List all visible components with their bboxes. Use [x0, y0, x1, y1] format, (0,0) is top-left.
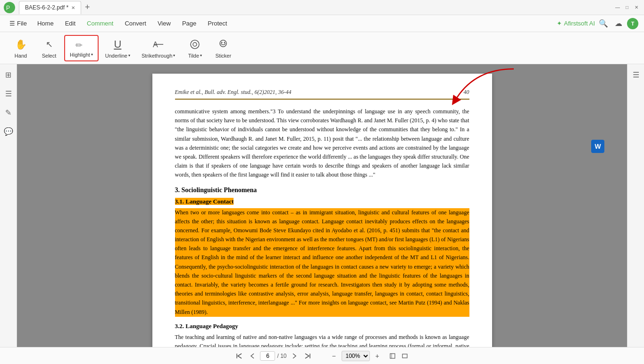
strikethrough-icon: A [152, 38, 165, 51]
word-export-button[interactable]: W [591, 140, 604, 153]
tilde-icon [188, 38, 201, 51]
tilde-caret: ▾ [200, 53, 202, 58]
paragraph-1: communicative system among members."3 To… [175, 107, 469, 180]
underline-label: Underline ▾ [105, 53, 130, 59]
last-page-button[interactable] [302, 350, 313, 362]
afirstsoft-ai-button[interactable]: ✦ Afirstsoft AI [557, 20, 595, 27]
right-sidebar: ☰ [627, 64, 644, 347]
left-sidebar: ⊞ ☰ ✎ 💬 [0, 64, 17, 347]
page-navigation: / 10 [234, 350, 313, 362]
menu-home[interactable]: Home [33, 18, 59, 29]
hand-icon: ✋ [14, 38, 27, 51]
highlight-tool[interactable]: ✏ Highlight ▾ [64, 35, 99, 61]
menu-convert[interactable]: Convert [120, 18, 151, 29]
minimize-button[interactable]: — [614, 4, 621, 11]
zoom-controls: − 100% 75% 125% 150% 200% + [328, 350, 410, 362]
search-button[interactable]: 🔍 [597, 17, 610, 30]
section-3-heading: 3. Sociolinguistic Phenomena [175, 186, 469, 194]
tab-area: BAES-6-2-2.pdf * ✕ + [19, 1, 610, 14]
status-bar: / 10 − 100% 75% 125% 150% 200% + [0, 347, 644, 364]
page-total: / 10 [277, 353, 286, 359]
right-sidebar-panel[interactable]: ☰ [629, 68, 643, 81]
sidebar-comments[interactable]: 💬 [2, 125, 15, 138]
menu-comment[interactable]: Comment [82, 18, 118, 29]
select-icon: ↖ [42, 38, 56, 51]
hand-label: Hand [15, 53, 27, 59]
app-logo: P [4, 2, 15, 13]
strikethrough-tool[interactable]: A Strikethrough ▾ [137, 35, 180, 61]
svg-point-5 [193, 42, 197, 46]
select-label: Select [42, 53, 57, 59]
file-menu[interactable]: ☰ File [6, 18, 31, 29]
svg-rect-12 [390, 354, 395, 358]
prev-page-button[interactable] [247, 350, 258, 362]
menu-bar: ☰ File Home Edit Comment Convert View Pa… [0, 15, 644, 32]
add-tab-button[interactable]: + [81, 2, 94, 12]
tab-close-button[interactable]: ✕ [71, 5, 75, 10]
svg-point-7 [221, 42, 223, 43]
sidebar-thumbnails[interactable]: ⊞ [2, 68, 15, 81]
menu-edit[interactable]: Edit [60, 18, 80, 29]
sticker-tool[interactable]: Sticker [210, 35, 236, 61]
sidebar-bookmarks[interactable]: ☰ [2, 87, 15, 100]
zoom-select[interactable]: 100% 75% 125% 150% 200% [342, 351, 370, 361]
first-page-icon [236, 353, 243, 359]
cloud-icon: ☁ [615, 19, 622, 28]
last-page-icon [304, 353, 311, 359]
menu-protect[interactable]: Protect [203, 18, 232, 29]
file-label: File [17, 20, 27, 27]
strikethrough-label: Strikethrough ▾ [142, 53, 175, 59]
highlight-icon: ✏ [75, 39, 88, 50]
underline-caret: ▾ [128, 53, 130, 58]
tab-filename: BAES-6-2-2.pdf * [25, 4, 68, 11]
next-page-button[interactable] [289, 350, 300, 362]
menu-page[interactable]: Page [177, 18, 201, 29]
tilde-label: Tilde ▾ [188, 53, 202, 59]
sticker-icon [217, 38, 230, 51]
highlight-caret: ▾ [91, 52, 93, 57]
section-31-heading: 3.1. Language Contact [175, 198, 469, 205]
section-31-body: When two or more languages come into con… [175, 208, 469, 317]
page-header-right: 40 [464, 89, 469, 96]
next-page-icon [291, 353, 298, 359]
tilde-tool[interactable]: Tilde ▾ [182, 35, 208, 61]
section-32-heading: 3.2. Language Pedagogy [175, 322, 469, 330]
search-icon: 🔍 [599, 19, 608, 28]
ai-label: Afirstsoft AI [564, 20, 595, 27]
fit-page-button[interactable] [387, 350, 398, 362]
ai-icon: ✦ [557, 20, 562, 27]
toolbar: ✋ Hand ↖ Select ✏ Highlight ▾ U Underlin… [0, 32, 644, 64]
fit-buttons [387, 350, 410, 362]
window-controls: — □ ✕ [614, 4, 640, 11]
svg-rect-14 [402, 354, 407, 358]
close-button[interactable]: ✕ [633, 4, 640, 11]
fit-width-icon [401, 353, 408, 359]
pdf-tab[interactable]: BAES-6-2-2.pdf * ✕ [19, 1, 81, 14]
pdf-page: Emike et al., Bull. adv. Engl. stud., 6(… [152, 74, 492, 347]
zoom-out-button[interactable]: − [328, 350, 340, 362]
main-area: Emike et al., Bull. adv. Engl. stud., 6(… [17, 64, 627, 347]
hand-tool[interactable]: ✋ Hand [8, 35, 34, 61]
page-number-input[interactable] [260, 351, 275, 361]
section-31-heading-text: 3.1. Language Contact [175, 198, 234, 205]
sidebar-edit[interactable]: ✎ [2, 106, 15, 119]
hamburger-icon: ☰ [9, 20, 15, 27]
zoom-in-button[interactable]: + [372, 350, 383, 362]
svg-text:P: P [6, 5, 10, 11]
title-bar: P BAES-6-2-2.pdf * ✕ + — □ ✕ [0, 0, 644, 15]
page-header-left: Emike et al., Bull. adv. Engl. stud., 6(… [175, 89, 292, 96]
highlight-label: Highlight ▾ [70, 52, 93, 58]
cloud-button[interactable]: ☁ [612, 17, 625, 30]
select-tool[interactable]: ↖ Select [36, 35, 62, 61]
strikethrough-caret: ▾ [173, 53, 175, 58]
first-page-button[interactable] [234, 350, 245, 362]
svg-point-4 [191, 40, 199, 49]
maximize-button[interactable]: □ [623, 4, 631, 11]
user-avatar[interactable]: T [627, 18, 638, 29]
fit-width-button[interactable] [399, 350, 410, 362]
menu-view[interactable]: View [153, 18, 176, 29]
section-32-body: The teaching and learning of native and … [175, 333, 469, 347]
underline-tool[interactable]: U Underline ▾ [100, 35, 135, 61]
svg-text:✏: ✏ [75, 41, 83, 50]
underline-icon: U [111, 38, 124, 51]
